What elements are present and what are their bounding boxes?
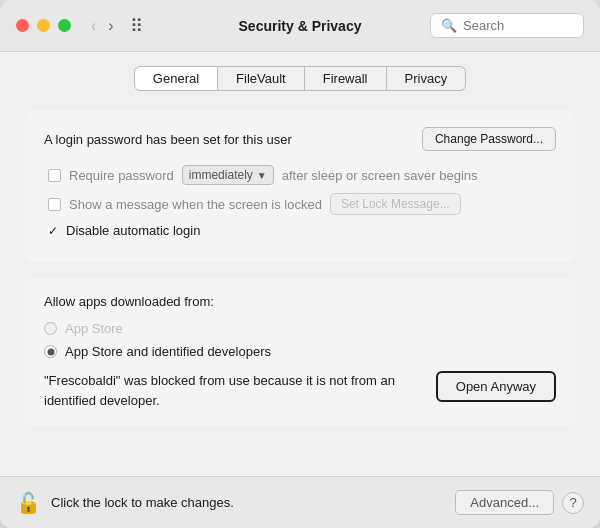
app-store-radio[interactable] (44, 322, 57, 335)
tab-general[interactable]: General (134, 66, 218, 91)
change-password-button[interactable]: Change Password... (422, 127, 556, 151)
after-sleep-text: after sleep or screen saver begins (282, 168, 478, 183)
app-store-identified-label: App Store and identified developers (65, 344, 271, 359)
nav-arrows: ‹ › (87, 16, 118, 36)
footer-right: Advanced... ? (455, 490, 584, 515)
login-password-row: A login password has been set for this u… (44, 127, 556, 151)
footer: 🔓 Click the lock to make changes. Advanc… (0, 476, 600, 528)
title-bar: ‹ › ⠿ Security & Privacy 🔍 (0, 0, 600, 52)
require-password-row: Require password immediately ▼ after sle… (44, 165, 556, 185)
login-password-text: A login password has been set for this u… (44, 132, 292, 147)
immediately-dropdown[interactable]: immediately ▼ (182, 165, 274, 185)
close-button[interactable] (16, 19, 29, 32)
minimize-button[interactable] (37, 19, 50, 32)
checkmark-icon: ✓ (48, 224, 58, 238)
require-password-label: Require password (69, 168, 174, 183)
advanced-button[interactable]: Advanced... (455, 490, 554, 515)
blocked-text: "Frescobaldi" was blocked from use becau… (44, 371, 420, 410)
set-lock-message-button[interactable]: Set Lock Message... (330, 193, 461, 215)
blocked-row: "Frescobaldi" was blocked from use becau… (44, 371, 556, 410)
search-input[interactable] (463, 18, 573, 33)
open-anyway-button[interactable]: Open Anyway (436, 371, 556, 402)
tab-firewall[interactable]: Firewall (305, 66, 387, 91)
show-message-checkbox[interactable] (48, 198, 61, 211)
disable-autologin-row: ✓ Disable automatic login (44, 223, 556, 238)
show-message-label: Show a message when the screen is locked (69, 197, 322, 212)
disable-autologin-label: Disable automatic login (66, 223, 200, 238)
downloads-section: Allow apps downloaded from: App Store Ap… (24, 278, 576, 426)
back-button[interactable]: ‹ (87, 16, 100, 36)
grid-icon[interactable]: ⠿ (130, 15, 143, 37)
search-box[interactable]: 🔍 (430, 13, 584, 38)
downloads-title: Allow apps downloaded from: (44, 294, 556, 309)
window-title: Security & Privacy (239, 18, 362, 34)
search-icon: 🔍 (441, 18, 457, 33)
app-store-identified-row: App Store and identified developers (44, 344, 556, 359)
dropdown-arrow-icon: ▼ (257, 170, 267, 181)
immediately-value: immediately (189, 168, 253, 182)
traffic-lights (16, 19, 71, 32)
lock-icon[interactable]: 🔓 (16, 491, 41, 515)
zoom-button[interactable] (58, 19, 71, 32)
footer-lock-text: Click the lock to make changes. (51, 495, 234, 510)
tab-privacy[interactable]: Privacy (387, 66, 467, 91)
app-store-identified-radio[interactable] (44, 345, 57, 358)
window: ‹ › ⠿ Security & Privacy 🔍 General FileV… (0, 0, 600, 528)
tabs-bar: General FileVault Firewall Privacy (0, 52, 600, 101)
require-password-checkbox[interactable] (48, 169, 61, 182)
tab-filevault[interactable]: FileVault (218, 66, 305, 91)
help-button[interactable]: ? (562, 492, 584, 514)
content-area: A login password has been set for this u… (0, 101, 600, 476)
show-message-row: Show a message when the screen is locked… (44, 193, 556, 215)
app-store-row: App Store (44, 321, 556, 336)
app-store-label: App Store (65, 321, 123, 336)
forward-button[interactable]: › (104, 16, 117, 36)
password-section: A login password has been set for this u… (24, 111, 576, 262)
